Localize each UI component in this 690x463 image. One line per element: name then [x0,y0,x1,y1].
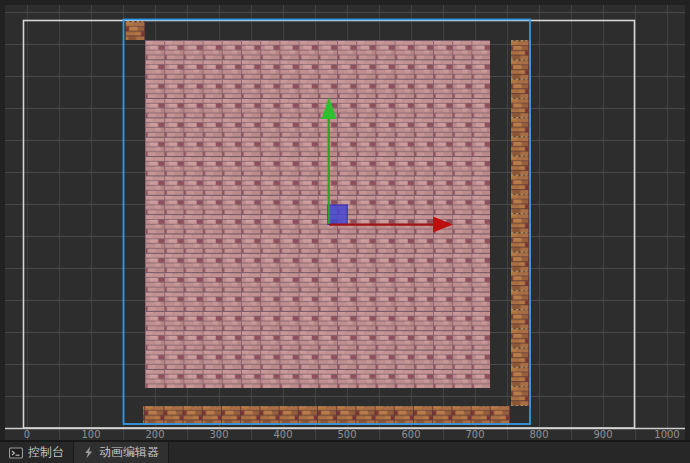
ruler-label: 500 [337,429,356,440]
ruler-label: 100 [81,429,100,440]
tilemap-pink-wall[interactable] [145,40,490,388]
selected-node[interactable] [328,205,347,224]
console-icon [9,447,23,459]
tab-console[interactable]: 控制台 [0,442,73,463]
tilemap-brown-corner-tile[interactable] [125,21,145,40]
ruler-label: 300 [209,429,228,440]
scene-canvas[interactable]: 01002003004005006007008009001000 [0,0,690,440]
ruler-label: 700 [465,429,484,440]
window-edge-left [0,0,5,440]
ruler-label: 800 [529,429,548,440]
tilemap-brown-row[interactable] [143,406,510,425]
scene-editor-window: 01002003004005006007008009001000 控制台 动画编… [0,0,690,463]
tab-animation-editor[interactable]: 动画编辑器 [73,442,169,463]
window-edge-right [685,0,690,440]
ruler-label: 1000 [654,429,679,440]
ruler-label: 400 [273,429,292,440]
ruler-label: 900 [593,429,612,440]
ruler-label: 0 [24,429,30,440]
ruler-label: 200 [145,429,164,440]
window-edge-top [0,0,690,5]
tab-console-label: 控制台 [28,444,64,461]
scene-view [0,0,690,440]
ruler-label: 600 [401,429,420,440]
bottom-panel-tabbar: 控制台 动画编辑器 [0,440,690,463]
tilemap-brown-column[interactable] [511,40,531,406]
tab-animation-editor-label: 动画编辑器 [99,444,159,461]
animation-icon [83,446,94,459]
